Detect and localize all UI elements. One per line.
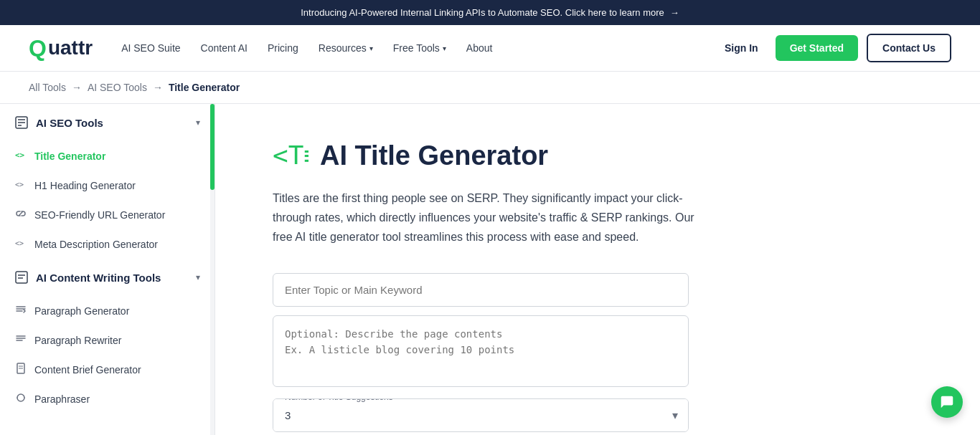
free-tools-chevron-icon: ▾ (443, 44, 446, 52)
title-generator-label: Title Generator (34, 150, 105, 162)
sidebar-item-meta-description[interactable]: <> Meta Description Generator (0, 229, 215, 259)
paraphraser-icon (14, 392, 27, 406)
main-content: <T≡> AI Title Generator Titles are the f… (215, 104, 980, 435)
breadcrumb-ai-seo-tools[interactable]: AI SEO Tools (88, 82, 147, 93)
url-generator-label: SEO-Friendly URL Generator (34, 209, 165, 221)
paraphraser-label: Paraphraser (34, 393, 90, 405)
nav-resources[interactable]: Resources ▾ (319, 42, 373, 54)
page-title: AI Title Generator (320, 140, 548, 171)
h1-heading-label: H1 Heading Generator (34, 180, 136, 191)
top-banner: Introducing AI-Powered Internal Linking … (0, 0, 980, 25)
resources-chevron-icon: ▾ (369, 44, 373, 52)
content-brief-label: Content Brief Generator (34, 364, 141, 376)
paragraph-generator-label: Paragraph Generator (34, 305, 129, 317)
page-description: Titles are the first thing people see on… (273, 188, 703, 247)
content-brief-icon (14, 363, 27, 376)
url-generator-icon (14, 208, 27, 221)
suggestions-select[interactable]: 1 2 3 4 5 (273, 399, 688, 431)
main-layout: AI SEO Tools ▾ <> Title Generator <> H1 … (0, 104, 980, 435)
sidebar-item-paragraph-generator[interactable]: Paragraph Generator (0, 296, 215, 325)
paragraph-rewriter-icon (14, 333, 27, 347)
content-writing-section-label: AI Content Writing Tools (36, 272, 161, 284)
content-writing-chevron-icon: ▾ (196, 272, 200, 282)
h1-heading-icon: <> (14, 178, 27, 192)
svg-rect-7 (16, 272, 27, 283)
meta-description-icon: <> (14, 237, 27, 251)
breadcrumb-all-tools[interactable]: All Tools (29, 82, 66, 93)
nav-actions: Sign In Get Started Contact Us (716, 34, 951, 62)
banner-text: Introducing AI-Powered Internal Linking … (301, 7, 664, 18)
nav: AI SEO Suite Content AI Pricing Resource… (121, 42, 716, 54)
sidebar-section-ai-seo[interactable]: AI SEO Tools ▾ (0, 104, 215, 141)
select-label: Number of Title Suggestions (282, 398, 396, 402)
get-started-button[interactable]: Get Started (776, 35, 858, 61)
sign-in-button[interactable]: Sign In (716, 37, 767, 59)
nav-free-tools[interactable]: Free Tools ▾ (393, 42, 446, 54)
page-title-container: <T≡> AI Title Generator (273, 140, 923, 171)
title-generator-icon: <> (14, 149, 27, 163)
description-textarea[interactable] (273, 315, 689, 387)
sidebar-item-paraphraser[interactable]: Paraphraser (0, 384, 215, 414)
sidebar-item-h1-heading[interactable]: <> H1 Heading Generator (0, 171, 215, 200)
svg-text:<T≡>: <T≡> (273, 140, 308, 170)
logo-icon: Q (29, 35, 47, 62)
content-writing-section-icon (14, 270, 29, 285)
generator-form: Number of Title Suggestions 1 2 3 4 5 ▾ (273, 273, 689, 432)
sidebar-item-content-brief[interactable]: Content Brief Generator (0, 355, 215, 384)
breadcrumb: All Tools → AI SEO Tools → Title Generat… (0, 72, 980, 104)
chat-bubble-button[interactable] (931, 386, 963, 418)
nav-ai-seo-suite[interactable]: AI SEO Suite (121, 42, 180, 54)
sidebar: AI SEO Tools ▾ <> Title Generator <> H1 … (0, 104, 215, 435)
meta-description-label: Meta Description Generator (34, 239, 158, 250)
svg-text:<>: <> (15, 239, 24, 247)
sidebar-item-url-generator[interactable]: SEO-Friendly URL Generator (0, 200, 215, 229)
ai-seo-section-label: AI SEO Tools (36, 117, 103, 129)
suggestions-select-wrapper: Number of Title Suggestions 1 2 3 4 5 ▾ (273, 398, 689, 432)
sidebar-item-paragraph-rewriter[interactable]: Paragraph Rewriter (0, 325, 215, 355)
nav-about[interactable]: About (466, 42, 493, 54)
contact-us-button[interactable]: Contact Us (867, 34, 951, 62)
nav-content-ai[interactable]: Content AI (201, 42, 248, 54)
header: Quattr AI SEO Suite Content AI Pricing R… (0, 25, 980, 72)
svg-text:<>: <> (15, 150, 25, 160)
nav-pricing[interactable]: Pricing (268, 42, 298, 54)
svg-text:<>: <> (15, 181, 24, 188)
breadcrumb-arrow-1: → (72, 82, 82, 93)
keyword-input[interactable] (273, 273, 689, 307)
paragraph-rewriter-label: Paragraph Rewriter (34, 335, 121, 346)
logo[interactable]: Quattr (29, 35, 93, 62)
sidebar-section-content-writing[interactable]: AI Content Writing Tools ▾ (0, 259, 215, 296)
sidebar-item-title-generator[interactable]: <> Title Generator (0, 141, 215, 171)
logo-text: uattr (48, 37, 93, 59)
paragraph-generator-icon (14, 304, 27, 317)
ai-seo-chevron-icon: ▾ (196, 118, 200, 128)
title-generator-page-icon: <T≡> (273, 140, 308, 171)
banner-arrow: → (670, 7, 679, 18)
ai-seo-section-icon (14, 115, 29, 130)
breadcrumb-current: Title Generator (169, 82, 240, 93)
breadcrumb-arrow-2: → (153, 82, 163, 93)
